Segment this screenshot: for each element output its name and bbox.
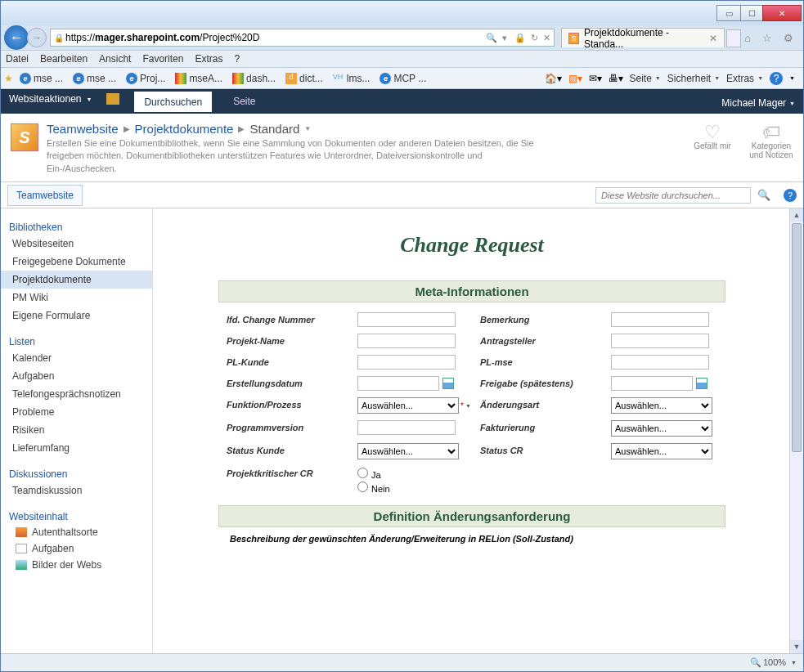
- input-progver[interactable]: [357, 420, 456, 435]
- security-menu[interactable]: Sicherheit: [667, 73, 720, 84]
- fav-item[interactable]: emse ...: [16, 71, 66, 86]
- print-icon[interactable]: 🖶▾: [609, 73, 623, 84]
- menu-bearbeiten[interactable]: Bearbeiten: [40, 53, 88, 65]
- ie-icon: e: [73, 73, 84, 84]
- select-fakturierung[interactable]: Auswählen...: [611, 420, 712, 437]
- url-input[interactable]: 🔒 https://mager.sharepoint.com/Project%2…: [50, 29, 555, 47]
- fav-item[interactable]: dash...: [229, 71, 279, 86]
- feeds-icon[interactable]: ▧▾: [568, 73, 582, 84]
- chart-icon: [175, 73, 186, 84]
- window-maximize-button[interactable]: ☐: [740, 5, 763, 21]
- fav-item[interactable]: mseA...: [172, 71, 226, 86]
- mail-icon[interactable]: ✉▾: [589, 73, 602, 84]
- tab-close-icon[interactable]: ✕: [709, 33, 717, 44]
- input-lfd[interactable]: [357, 312, 456, 327]
- favorites-star-icon[interactable]: ☆: [762, 32, 772, 44]
- zoom-dropdown-icon[interactable]: ▼: [791, 660, 797, 665]
- nav-item-telefon[interactable]: Telefongesprächsnotizen: [1, 385, 152, 403]
- nav-item-aufenthaltsorte[interactable]: Autenthaltsorte: [1, 524, 152, 540]
- help-icon[interactable]: ?: [784, 189, 797, 202]
- home-icon[interactable]: ⌂: [744, 32, 751, 44]
- scrollbar-thumb[interactable]: [792, 223, 802, 452]
- select-funktion[interactable]: Auswählen...: [357, 397, 459, 414]
- vertical-scrollbar[interactable]: ▲ ▼: [789, 208, 803, 653]
- nav-item-kalender[interactable]: Kalender: [1, 349, 152, 367]
- refresh-icon[interactable]: ↻: [531, 33, 538, 43]
- select-statuskunde[interactable]: Auswählen...: [357, 443, 459, 459]
- input-antragsteller[interactable]: [611, 334, 709, 348]
- favorites-add-icon[interactable]: ★: [4, 73, 13, 84]
- nav-heading-listen[interactable]: Listen: [1, 331, 152, 349]
- nav-item-formulare[interactable]: Eigene Formulare: [1, 307, 152, 325]
- zoom-level[interactable]: 100%: [750, 657, 786, 668]
- lock-icon: 🔒: [54, 34, 64, 43]
- input-plmse[interactable]: [611, 355, 709, 370]
- site-tab[interactable]: Teamwebsite: [7, 185, 83, 206]
- menu-ansicht[interactable]: Ansicht: [99, 53, 131, 65]
- chevron-down-icon[interactable]: ▼: [304, 125, 311, 132]
- calendar-icon[interactable]: [696, 378, 707, 389]
- radio-ja[interactable]: [357, 468, 368, 478]
- fav-item[interactable]: emse ...: [70, 71, 119, 86]
- extras-menu[interactable]: Extras: [726, 73, 763, 84]
- crumb-projektdokumente[interactable]: Projektdokumente: [135, 122, 234, 136]
- home-dropdown-icon[interactable]: 🏠▾: [545, 73, 562, 84]
- ribbon-tab-browse[interactable]: Durchsuchen: [134, 92, 212, 112]
- site-search-input[interactable]: [595, 187, 751, 204]
- fav-item[interactable]: ddict...: [282, 71, 326, 86]
- nav-heading-bibliotheken[interactable]: Bibliotheken: [1, 217, 152, 235]
- menu-help[interactable]: ?: [234, 53, 240, 65]
- radio-nein[interactable]: [357, 482, 368, 492]
- input-bemerkung[interactable]: [611, 312, 709, 327]
- menu-favoriten[interactable]: Favoriten: [142, 53, 183, 65]
- window-minimize-button[interactable]: ▭: [716, 5, 741, 21]
- tools-gear-icon[interactable]: ⚙: [784, 32, 793, 44]
- nav-item-bilder[interactable]: Bilder der Webs: [1, 557, 152, 573]
- nav-item-freigegebene[interactable]: Freigegebene Dokumente: [1, 253, 152, 271]
- calendar-icon[interactable]: [442, 378, 454, 389]
- select-statuscr[interactable]: Auswählen...: [611, 443, 712, 459]
- nav-back-button[interactable]: ←: [4, 25, 29, 50]
- menu-extras[interactable]: Extras: [195, 53, 222, 65]
- ribbon-tab-page[interactable]: Seite: [223, 91, 265, 112]
- nav-item-probleme[interactable]: Probleme: [1, 403, 152, 421]
- tags-notes-button[interactable]: 🏷 Kategorien und Notizen: [749, 122, 793, 175]
- crumb-teamwebsite[interactable]: Teamwebsite: [47, 122, 119, 136]
- nav-item-pmwiki[interactable]: PM Wiki: [1, 289, 152, 307]
- nav-item-risiken[interactable]: Risiken: [1, 421, 152, 439]
- nav-item-teamdiskussion[interactable]: Teamdiskussion: [1, 482, 152, 500]
- menu-datei[interactable]: Datei: [6, 53, 29, 65]
- nav-heading-websiteinhalt[interactable]: Websiteinhalt: [1, 506, 152, 524]
- nav-item-aufgaben[interactable]: Aufgaben: [1, 367, 152, 385]
- nav-item-lieferumfang[interactable]: Lieferumfang: [1, 439, 152, 457]
- input-freigabe[interactable]: [611, 376, 693, 391]
- help-icon[interactable]: ?: [770, 72, 783, 85]
- fav-item[interactable]: VHlms...: [330, 71, 374, 86]
- search-icon[interactable]: 🔍: [486, 33, 497, 43]
- search-icon[interactable]: 🔍: [757, 189, 770, 201]
- radio-nein-label[interactable]: Nein: [357, 482, 725, 494]
- stop-icon[interactable]: ✕: [543, 33, 550, 43]
- navigate-up-icon[interactable]: [106, 93, 119, 105]
- browser-tab[interactable]: S Projektdokumente - Standa... ✕: [561, 28, 725, 47]
- scroll-down-icon[interactable]: ▼: [790, 640, 803, 653]
- site-actions-menu[interactable]: Websiteaktionen: [9, 93, 92, 110]
- like-button[interactable]: ♡ Gefällt mir: [690, 122, 734, 175]
- fav-item[interactable]: eMCP ...: [376, 71, 429, 86]
- new-tab-button[interactable]: [726, 29, 741, 47]
- nav-forward-button[interactable]: →: [27, 28, 47, 47]
- user-menu[interactable]: Michael Mager: [721, 97, 795, 114]
- radio-ja-label[interactable]: Ja: [357, 468, 725, 480]
- nav-item-projektdokumente[interactable]: Projektdokumente: [1, 271, 152, 289]
- select-aenderungsart[interactable]: Auswählen...: [611, 397, 712, 414]
- nav-heading-diskussionen[interactable]: Diskussionen: [1, 464, 152, 482]
- nav-item-websiteseiten[interactable]: Websiteseiten: [1, 235, 152, 253]
- window-close-button[interactable]: ✕: [762, 5, 802, 21]
- input-erstellung[interactable]: [357, 376, 439, 391]
- nav-item-aufgaben2[interactable]: Aufgaben: [1, 540, 152, 557]
- page-menu[interactable]: Seite: [630, 73, 661, 84]
- scroll-up-icon[interactable]: ▲: [790, 208, 803, 222]
- input-plkunde[interactable]: [357, 355, 456, 370]
- fav-item[interactable]: eProj...: [123, 71, 168, 86]
- input-projekt[interactable]: [357, 334, 456, 348]
